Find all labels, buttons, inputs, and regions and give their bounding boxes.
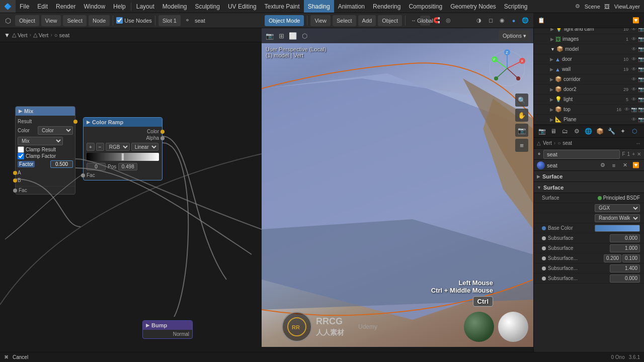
surface-section-header[interactable]: ▼ Surface (534, 182, 644, 193)
ss3-input-1[interactable]: 0.200 (604, 254, 621, 262)
mat-x-icon[interactable]: ✕ (620, 160, 630, 170)
wireframe-icon[interactable]: ◻ (486, 16, 496, 26)
render-icon-5[interactable]: 📷 (638, 66, 644, 72)
xray-icon[interactable]: ⬡ (299, 31, 309, 41)
node-bump[interactable]: ▶ Bump Normal (142, 320, 193, 339)
props-world-icon[interactable]: 🌐 (583, 126, 593, 136)
extra-icon-9[interactable]: 📷 (638, 107, 644, 112)
menu-uv-editing[interactable]: UV Editing (224, 0, 261, 13)
outliner-item-door[interactable]: ▶ ▲ door 10 👁 📷 (534, 54, 644, 64)
menu-scripting[interactable]: Scripting (500, 0, 532, 13)
mat-browse-icon[interactable]: ≡ (609, 160, 619, 170)
render-icon-6[interactable]: 📷 (638, 76, 644, 82)
object-btn[interactable]: Object (15, 15, 39, 26)
vis-icon-3[interactable]: 👁 (631, 46, 637, 52)
mat-new-icon[interactable]: + (632, 151, 635, 157)
solid-icon[interactable]: ◉ (497, 16, 507, 26)
menu-file[interactable]: File (16, 0, 33, 13)
mix-select[interactable]: Mix (18, 137, 63, 145)
menu-render[interactable]: Render (52, 0, 79, 13)
menu-edit[interactable]: Edit (33, 0, 52, 13)
color-select[interactable]: Color (38, 126, 73, 135)
base-color-strip[interactable] (595, 225, 640, 232)
move-icon[interactable]: ✋ (515, 109, 528, 122)
menu-compositing[interactable]: Compositing (405, 0, 446, 13)
node-btn[interactable]: Node (89, 15, 110, 26)
mat-delete-icon[interactable]: ✕ (637, 151, 641, 157)
ggx-select[interactable]: GGX (595, 204, 640, 212)
vis-icon-2[interactable]: 👁 (631, 36, 637, 42)
preview-section-header[interactable]: ▶ Surface (534, 171, 644, 182)
props-object-icon[interactable]: 📦 (595, 126, 605, 136)
interp-select[interactable]: Linear (131, 143, 158, 151)
cancel-label[interactable]: Cancel (13, 354, 28, 360)
clamp-result-cb[interactable] (18, 146, 24, 153)
vis-icon-8[interactable]: 👁 (631, 97, 637, 102)
material-preview-icon[interactable]: ● (509, 16, 519, 26)
object-mode-btn[interactable]: Object Mode (265, 15, 304, 26)
vis-icon-4[interactable]: 👁 (631, 56, 637, 62)
rgb-select[interactable]: RGB (106, 143, 130, 151)
pos-zero-input[interactable]: 0 (87, 163, 106, 170)
outliner-item-model[interactable]: ▼ 📦 model 👁 📷 (534, 44, 644, 54)
render-icon-8[interactable]: 📷 (638, 97, 644, 102)
colorramp-gradient[interactable] (87, 153, 159, 161)
factor-input[interactable]: 0.500 (50, 160, 73, 168)
options-btn[interactable]: Options ▾ (499, 30, 530, 41)
menu-window[interactable]: Window (79, 0, 109, 13)
mat-settings-icon[interactable]: ⚙ (598, 160, 608, 170)
object-btn-vp[interactable]: Object (378, 15, 402, 26)
use-nodes-input[interactable] (116, 17, 123, 24)
nav-gizmo[interactable]: X Y Z (487, 48, 527, 88)
outliner-item-top[interactable]: ▶ 📦 top 16 👁 📷 📷 (534, 105, 644, 115)
ss2-input[interactable]: 1.000 (610, 244, 640, 252)
render-icon-3[interactable]: 📷 (638, 46, 644, 52)
ss4-input[interactable]: 1.400 (610, 264, 640, 273)
render-icon-2[interactable]: 📷 (638, 36, 644, 42)
select-btn-node[interactable]: Select (63, 15, 87, 26)
view-btn[interactable]: View (41, 15, 61, 26)
add-stop-btn[interactable]: + (87, 143, 95, 151)
snap-icon[interactable]: 🧲 (432, 16, 442, 26)
filter-icon[interactable]: 🔽 (631, 16, 641, 26)
outliner-item-corridor[interactable]: ▶ 📦 corridor 👁 📷 (534, 74, 644, 84)
menu-sculpting[interactable]: Sculpting (191, 0, 224, 13)
grid-icon[interactable]: ⊞ (276, 31, 286, 41)
viewport-shading-icon[interactable]: ◑ (474, 16, 484, 26)
render-preview-icon[interactable]: 🌐 (520, 16, 530, 26)
ss1-input[interactable]: 0.000 (610, 234, 640, 242)
slot-btn[interactable]: Slot 1 (158, 15, 181, 26)
remove-stop-btn[interactable]: − (96, 143, 104, 151)
random-walk-select[interactable]: Random Walk (595, 214, 640, 222)
outliner-item-light[interactable]: ▶ 💡 light 5 👁 📷 (534, 95, 644, 105)
vis-icon-5[interactable]: 👁 (631, 66, 637, 72)
render-icon-10[interactable]: 📷 (638, 117, 644, 122)
view-btn-vp[interactable]: View (310, 15, 331, 26)
material-name-input[interactable]: seat (543, 150, 620, 159)
select-btn-vp[interactable]: Select (333, 15, 356, 26)
render-icon-9[interactable]: 📷 (631, 107, 637, 112)
node-color-ramp[interactable]: ▶ Color Ramp Color Alpha + − RGB Line (83, 117, 163, 180)
menu-rendering[interactable]: Rendering (369, 0, 405, 13)
render-icon-7[interactable]: 📷 (638, 86, 644, 92)
add-btn-vp[interactable]: Add (358, 15, 376, 26)
props-modifier-icon[interactable]: 🔧 (606, 126, 616, 136)
zoom-icon[interactable]: 🔍 (515, 94, 528, 107)
menu-modeling[interactable]: Modeling (158, 0, 191, 13)
vis-icon-7[interactable]: 👁 (631, 86, 637, 92)
vis-icon-6[interactable]: 👁 (631, 76, 637, 82)
viewport-3d[interactable]: 📷 ⊞ ⬜ ⬡ Options ▾ User Perspective (Loca… (262, 28, 533, 347)
node-mix[interactable]: ▶ Mix Result Color Color Mix Clamp Re (15, 106, 75, 195)
colorramp-marker[interactable] (121, 153, 124, 161)
pos-val-input[interactable]: 0.498 (118, 163, 137, 170)
outliner-item-plane[interactable]: ▶ 📐 Plane 👁 📷 (534, 115, 644, 125)
mat-filter-icon[interactable]: 🔽 (631, 160, 641, 170)
mat-fake-user[interactable]: F (622, 151, 625, 157)
clamp-factor-cb[interactable] (18, 153, 24, 159)
menu-layout[interactable]: Layout (132, 0, 158, 13)
props-view-layer-icon[interactable]: 🗂 (560, 126, 570, 136)
props-output-icon[interactable]: 🖥 (548, 126, 558, 136)
cam-icon[interactable]: 📷 (265, 31, 275, 41)
list-icon[interactable]: ≡ (515, 139, 528, 152)
props-scene-icon[interactable]: ⚙ (572, 126, 582, 136)
